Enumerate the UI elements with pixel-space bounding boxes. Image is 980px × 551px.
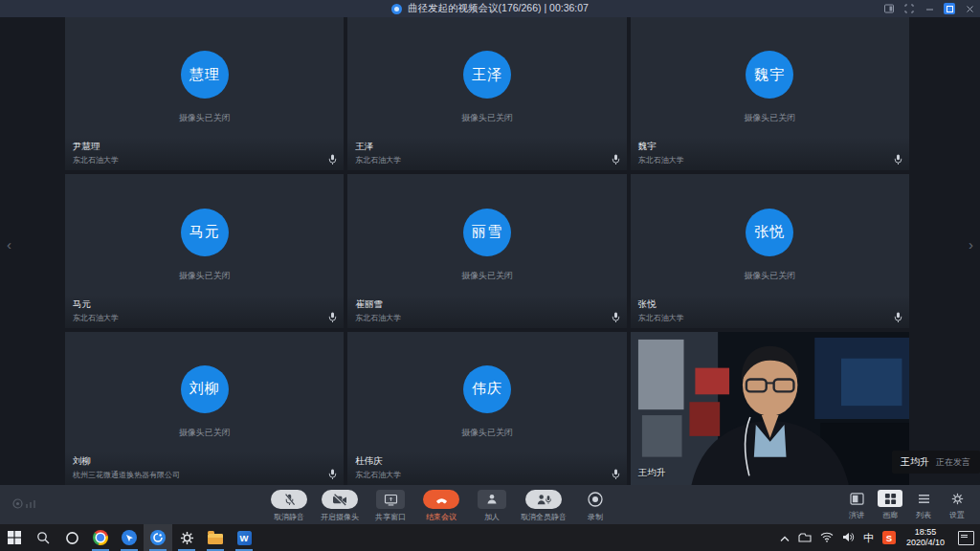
ime-indicator[interactable]: 中	[863, 531, 874, 545]
meeting-app-icon[interactable]	[144, 524, 172, 551]
participant-org: 杭州三花微通道换热器有限公司	[73, 470, 180, 480]
camera-off-label: 摄像头已关闭	[461, 112, 513, 124]
app-logo-icon	[391, 4, 402, 14]
sogou-ime-icon[interactable]: S	[882, 531, 896, 544]
view-button-label: 演讲	[849, 510, 864, 520]
add-person-button[interactable]: 加人	[470, 490, 514, 522]
word-icon[interactable]: W	[230, 524, 258, 551]
toolbar-button-label: 取消全员静音	[521, 512, 567, 522]
page-next-chevron-icon[interactable]: ›	[965, 233, 977, 255]
participant-avatar: 张悦	[746, 209, 793, 256]
file-explorer-icon[interactable]	[201, 524, 230, 551]
participant-avatar: 王泽	[463, 51, 511, 99]
participant-org: 东北石油大学	[73, 155, 119, 165]
view-speaker-view-button[interactable]: 演讲	[841, 490, 872, 520]
participant-avatar: 马元	[181, 209, 229, 256]
view-list-view-button[interactable]: 列表	[908, 490, 939, 520]
start-button[interactable]	[0, 524, 29, 551]
minimize-button[interactable]	[924, 3, 935, 14]
camera-off-label: 摄像头已关闭	[461, 427, 513, 439]
participant-tile[interactable]: 张悦 摄像头已关闭 张悦 东北石油大学	[631, 174, 909, 327]
participant-org: 东北石油大学	[73, 313, 119, 323]
chrome-icon[interactable]	[86, 524, 115, 551]
clock-time: 18:55	[906, 527, 945, 538]
settings-icon	[951, 493, 964, 505]
camera-off-label: 摄像头已关闭	[179, 270, 231, 282]
participant-name: 杜伟庆	[355, 455, 401, 468]
volume-icon[interactable]	[842, 529, 855, 546]
list-view-icon	[918, 494, 930, 504]
mic-muted-button[interactable]: 取消静音	[267, 490, 311, 522]
pointer-app-icon[interactable]	[115, 524, 144, 551]
live-video-feed	[631, 332, 909, 485]
participant-tile[interactable]: 马元 摄像头已关闭 马元 东北石油大学	[65, 174, 344, 327]
meeting-toolbar: 取消静音 开启摄像头 共享窗口 结束会议 加人 取消全员静音 录制	[0, 485, 980, 524]
participant-name: 尹慧理	[73, 141, 119, 153]
participant-tile[interactable]: 魏宇 摄像头已关闭 魏宇 东北石油大学	[631, 17, 909, 170]
camera-off-label: 摄像头已关闭	[744, 270, 795, 282]
taskbar-clock[interactable]: 18:55 2020/4/10	[904, 527, 947, 549]
view-gallery-view-button[interactable]: 画廊	[875, 490, 905, 520]
search-icon[interactable]	[29, 524, 57, 551]
record-button[interactable]: 录制	[573, 490, 617, 522]
layout-icon[interactable]	[883, 3, 895, 14]
close-button[interactable]	[964, 3, 975, 14]
mic-icon	[894, 312, 902, 323]
hangup-icon	[434, 493, 450, 507]
speaker-view-icon	[850, 493, 864, 505]
meeting-window: 曲径发起的视频会议(176/266) | 00:36:07 ‹ › 慧理 摄像头…	[0, 0, 980, 551]
camera-off-label: 摄像头已关闭	[179, 112, 231, 124]
toolbar-button-label: 加人	[484, 512, 500, 522]
participant-org: 东北石油大学	[355, 155, 401, 165]
fullscreen-icon[interactable]	[903, 3, 915, 14]
participant-name: 王泽	[355, 141, 401, 153]
settings-app-icon[interactable]	[172, 524, 201, 551]
participant-org: 东北石油大学	[638, 313, 684, 323]
window-title: 曲径发起的视频会议(176/266) | 00:36:07	[408, 2, 589, 15]
participant-avatar: 伟庆	[463, 365, 511, 413]
tray-chevron-icon[interactable]	[780, 529, 790, 546]
participant-tile[interactable]: 王泽 摄像头已关闭 王泽 东北石油大学	[347, 17, 626, 170]
speaking-name: 王均升	[901, 455, 929, 469]
participant-avatar: 慧理	[181, 51, 229, 99]
title-bar: 曲径发起的视频会议(176/266) | 00:36:07	[0, 0, 980, 17]
page-prev-chevron-icon[interactable]: ‹	[3, 233, 15, 255]
add-person-icon	[485, 493, 499, 506]
participant-org: 东北石油大学	[355, 470, 401, 480]
participant-name: 刘柳	[73, 455, 180, 468]
windows-taskbar: W 中 S 18:55 2020/4/10	[0, 524, 980, 551]
mic-icon	[612, 469, 620, 480]
action-center-icon[interactable]	[958, 531, 974, 545]
participant-tile[interactable]: 王均升	[631, 332, 909, 485]
participant-tile[interactable]: 慧理 摄像头已关闭 尹慧理 东北石油大学	[65, 17, 344, 170]
unmute-all-button[interactable]: 取消全员静音	[521, 490, 567, 522]
view-settings-button[interactable]: 设置	[942, 490, 972, 520]
participant-tile[interactable]: 丽雪 摄像头已关闭 崔丽雪 东北石油大学	[347, 174, 626, 327]
mic-icon	[612, 312, 620, 323]
share-screen-button[interactable]: 共享窗口	[368, 490, 412, 522]
participant-tile[interactable]: 伟庆 摄像头已关闭 杜伟庆 东北石油大学	[347, 332, 626, 485]
toolbar-button-label: 结束会议	[426, 512, 457, 522]
participant-org: 东北石油大学	[355, 313, 401, 323]
participant-avatar: 丽雪	[463, 209, 511, 256]
mic-icon	[612, 154, 620, 165]
view-button-label: 列表	[916, 510, 931, 520]
maximize-button[interactable]	[944, 3, 955, 14]
wifi-icon[interactable]	[820, 529, 834, 546]
toolbar-button-label: 录制	[588, 512, 603, 522]
participant-grid: 慧理 摄像头已关闭 尹慧理 东北石油大学 王泽 摄像头已关闭 王泽 东北石油大学…	[65, 17, 909, 485]
cortana-icon[interactable]	[57, 524, 86, 551]
camera-off-label: 摄像头已关闭	[744, 112, 795, 124]
participant-name: 崔丽雪	[355, 298, 401, 311]
participant-name: 张悦	[638, 298, 684, 311]
hangup-button[interactable]: 结束会议	[419, 490, 463, 522]
tray-app-icon[interactable]	[798, 529, 812, 546]
view-button-label: 设置	[949, 510, 965, 520]
participant-tile[interactable]: 刘柳 摄像头已关闭 刘柳 杭州三花微通道换热器有限公司	[65, 332, 344, 485]
clock-date: 2020/4/10	[906, 538, 945, 548]
mic-icon	[328, 469, 337, 480]
participant-avatar: 魏宇	[746, 51, 793, 99]
camera-off-button[interactable]: 开启摄像头	[318, 490, 362, 522]
speaking-status: 正在发言	[936, 456, 970, 469]
camera-off-label: 摄像头已关闭	[461, 270, 513, 282]
